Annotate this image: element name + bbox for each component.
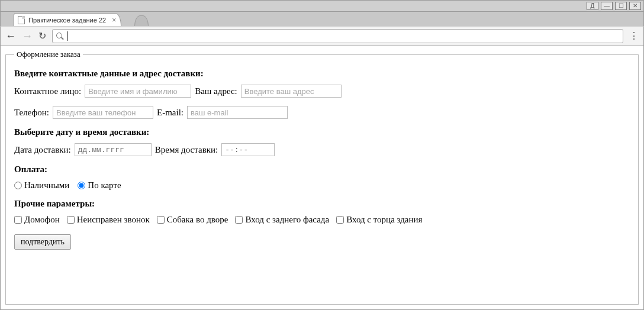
window-close-button[interactable]: ✕ [629,2,641,10]
chk-bell-option[interactable]: Неисправен звонок [67,215,150,225]
chk-back-option[interactable]: Вход с заднего фасада [235,215,329,225]
chk-back[interactable] [235,216,243,224]
window-app-indicator: Д [587,2,598,10]
chk-side[interactable] [336,216,344,224]
reload-button[interactable]: ↻ [38,31,46,41]
section-other-heading: Прочие параметры: [14,199,630,209]
address-input[interactable] [241,85,342,98]
contact-input[interactable] [85,85,191,98]
forward-button[interactable]: → [22,31,33,41]
tab-title: Практическое задание 22 [28,17,106,24]
chk-side-option[interactable]: Вход с торца здания [336,215,422,225]
section-payment-heading: Оплата: [14,164,630,175]
menu-button[interactable]: ⋮ [629,31,639,41]
row-contact-address: Контактное лицо: Ваш адрес: [14,85,630,98]
contact-label: Контактное лицо: [14,86,81,96]
phone-label: Телефон: [14,108,49,118]
payment-card-radio[interactable] [78,182,85,189]
window-minimize-button[interactable]: — [601,2,613,10]
phone-input[interactable] [53,106,153,119]
payment-card-option[interactable]: По карте [78,180,121,190]
new-tab-button[interactable] [134,15,149,26]
section-datetime-heading: Выберите дату и время доставки: [14,127,630,137]
time-label: Время доставки: [155,145,218,155]
payment-card-label: По карте [88,180,121,190]
chk-intercom-label: Домофон [24,215,60,225]
browser-tab-active[interactable]: Практическое задание 22 × [14,13,121,26]
other-options: Домофон Неисправен звонок Собака во двор… [14,215,630,225]
chk-back-label: Вход с заднего фасада [245,215,329,225]
browser-toolbar: ← → ↻ ⋮ [0,26,644,46]
page-icon [18,16,25,24]
section-contact-heading: Введите контактные данные и адрес достав… [14,69,630,79]
window-maximize-button[interactable]: ☐ [615,2,627,10]
fieldset-legend: Оформление заказа [14,50,83,59]
search-icon [56,33,63,40]
chk-side-label: Вход с торца здания [346,215,422,225]
page-content: Оформление заказа Введите контактные дан… [0,46,644,310]
payment-cash-radio[interactable] [14,182,22,189]
back-button[interactable]: ← [5,31,16,41]
chk-bell[interactable] [67,216,75,224]
address-bar[interactable] [52,29,623,43]
time-input[interactable] [221,143,275,156]
email-label: E-mail: [157,108,183,118]
window-titlebar: Д — ☐ ✕ [0,0,644,12]
date-label: Дата доставки: [14,145,71,155]
chk-intercom-option[interactable]: Домофон [14,215,60,225]
url-input[interactable] [71,30,619,43]
browser-tabstrip: Практическое задание 22 × [0,12,644,26]
text-caret [67,31,67,41]
tab-close-icon[interactable]: × [112,16,116,24]
row-date-time: Дата доставки: Время доставки: [14,143,630,156]
chk-dog[interactable] [157,216,165,224]
chk-dog-label: Собака во дворе [167,215,228,225]
chk-intercom[interactable] [14,216,22,224]
payment-cash-label: Наличными [24,180,69,190]
order-fieldset: Оформление заказа Введите контактные дан… [5,50,639,305]
email-input[interactable] [187,106,288,119]
chk-dog-option[interactable]: Собака во дворе [157,215,228,225]
submit-button[interactable]: подтвердить [14,234,71,250]
chk-bell-label: Неисправен звонок [77,215,150,225]
payment-options: Наличными По карте [14,180,630,190]
date-input[interactable] [75,143,152,156]
address-label: Ваш адрес: [195,86,237,96]
row-phone-email: Телефон: E-mail: [14,106,630,119]
payment-cash-option[interactable]: Наличными [14,180,69,190]
